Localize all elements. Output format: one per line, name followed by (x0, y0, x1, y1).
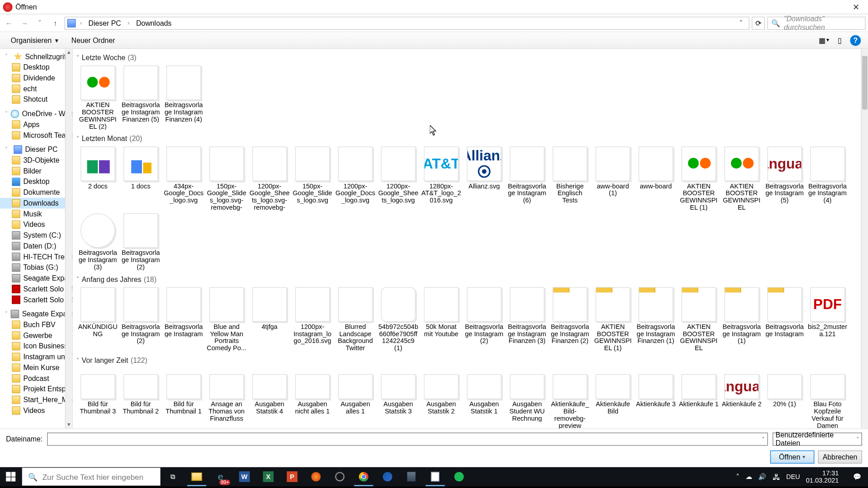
sidebar-item-videos[interactable]: Videos (0, 219, 72, 230)
file-item[interactable]: ANKÜNDIGUNG (76, 286, 119, 353)
file-item[interactable]: Beitragsvorlage Instagram (2) (462, 286, 505, 353)
file-item[interactable]: AKTIEN BOOSTER GEWINNSPIEL (1) (591, 286, 634, 353)
tray-chevron-icon[interactable]: ˄ (736, 473, 740, 480)
organize-button[interactable]: Organisieren▼ (6, 34, 64, 46)
file-item[interactable]: Beitragsvorlage Instagram (1) (720, 286, 763, 353)
sidebar-item-onedrive-wirtsc[interactable]: ˅OneDrive - Wirtsc (0, 108, 72, 119)
file-item[interactable]: Beitragsvorlage Instagram (763, 286, 806, 353)
file-item[interactable]: VanguardAktienkäufe 2 (720, 367, 763, 428)
sidebar-item-buch-fbv[interactable]: Buch FBV (0, 319, 72, 330)
file-item[interactable]: Aktienkäufe_Bild-removebg-preview (548, 367, 591, 428)
file-item[interactable]: PDFbis2_2mustera.121 (806, 286, 849, 353)
sidebar-item-scarlett-solo-usb[interactable]: Scarlett Solo USB (0, 284, 72, 295)
sidebar-item-shotcut[interactable]: Shotcut (0, 94, 72, 105)
file-item[interactable]: VanguardBeitragsvorlage Instagram (5) (763, 145, 806, 212)
explorer-icon[interactable] (185, 467, 209, 486)
sidebar-item-mein-kurse[interactable]: Mein Kurse (0, 362, 72, 373)
excel-icon[interactable]: X (256, 467, 280, 486)
recent-dropdown[interactable]: ˅ (33, 16, 47, 29)
back-button[interactable]: ← (2, 16, 15, 29)
file-item[interactable]: Beitragsvorlage Instagram (6) (505, 145, 548, 212)
file-item[interactable]: 4tjfga (248, 286, 291, 353)
taskbar-search[interactable]: 🔍 Zur Suche Text hier eingeben (22, 468, 160, 486)
file-item[interactable]: Ausgaben nicht alles 1 (291, 367, 334, 428)
open-button[interactable]: Öffnen▾ (770, 450, 815, 464)
file-item[interactable]: 1 docs (119, 145, 162, 212)
address-dropdown[interactable]: ˅ (736, 19, 746, 27)
chrome-icon[interactable] (352, 467, 376, 486)
tray-volume-icon[interactable]: 🔊 (758, 473, 766, 480)
file-item[interactable]: Ausgaben Statstik 3 (377, 367, 420, 428)
tray-clock[interactable]: 17:3101.03.2021 (806, 469, 841, 484)
cancel-button[interactable]: Abbrechen (818, 450, 862, 464)
crumb-pc[interactable]: Dieser PC (86, 18, 123, 28)
group-header[interactable]: ˅Anfang des Jahres (18) (76, 275, 863, 283)
file-item[interactable]: Ausgaben Statstik 2 (420, 367, 462, 428)
sidebar-item-desktop[interactable]: Desktop (0, 62, 72, 73)
sidebar-item-gewerbe[interactable]: Gewerbe (0, 330, 72, 341)
content-scrollbar[interactable] (861, 49, 868, 428)
file-item[interactable]: AKTIEN BOOSTER GEWINNSPIEL (1) (677, 145, 720, 212)
sidebar-scrollbar[interactable]: ▲▼ (65, 49, 72, 428)
file-item[interactable]: AKTIEN BOOSTER GEWINNSPIEL (677, 286, 720, 353)
up-button[interactable]: ↑ (49, 16, 62, 29)
file-item[interactable]: Ausgaben Statstik 4 (248, 367, 291, 428)
file-item[interactable]: 434px-Google_Docs_logo.svg (162, 145, 205, 212)
file-item[interactable]: Beitragsvorlage Instagram (3) (76, 212, 119, 272)
powerpoint-icon[interactable]: P (280, 467, 304, 486)
file-item[interactable]: Blurred Landscape Background Twitter Hea… (334, 286, 377, 353)
file-item[interactable]: 20%20% (1) (763, 367, 806, 428)
file-item[interactable]: 50k Monat mit Youtube (420, 286, 462, 353)
file-item[interactable]: Aktienkäufe 3 (634, 367, 677, 428)
chevron-right-icon[interactable]: › (126, 20, 131, 27)
sidebar-item-schnellzugriff[interactable]: ˅Schnellzugriff (0, 51, 72, 62)
file-item[interactable]: Ausgaben alles 1 (334, 367, 377, 428)
close-button[interactable]: ✕ (844, 0, 868, 14)
tray-language[interactable]: DEU (786, 473, 800, 480)
sidebar-item-seagate-expansion[interactable]: ˅Seagate Expansion (0, 309, 72, 319)
file-item[interactable]: AKTIEN BOOSTER GEWINNSPIEL (720, 145, 763, 212)
file-item[interactable]: Beitragsvorlage Instagram Finanzen (4) (162, 64, 205, 131)
file-item[interactable]: Beitragsvorlage Instagram Finanzen (5) (119, 64, 162, 131)
notepad-icon[interactable] (423, 467, 447, 486)
file-item[interactable]: 1200px-Google_Sheets_logo.svg-removebg-p… (248, 145, 291, 212)
tray-onedrive-icon[interactable]: ☁ (745, 473, 752, 480)
sidebar-item-podcast[interactable]: Podcast (0, 373, 72, 384)
file-item[interactable]: Bisherige Englisch Tests (548, 145, 591, 212)
edge-legacy-icon[interactable]: e99+ (209, 467, 233, 486)
file-item[interactable]: Ausgaben Statstik 1 (462, 367, 505, 428)
file-item[interactable]: Bild für Thumbnail 1 (162, 367, 205, 428)
group-header[interactable]: ˅Vor langer Zeit (122) (76, 357, 863, 365)
sidebar-item-daten-d-[interactable]: Daten (D:) (0, 241, 72, 252)
sidebar-item-dokumente[interactable]: Dokumente (0, 187, 72, 198)
file-item[interactable]: AT&T1280px-AT&T_logo_2016.svg (420, 145, 462, 212)
sidebar-item-dieser-pc[interactable]: ˅Dieser PC (0, 144, 72, 155)
sidebar-item-dividende[interactable]: Dividende (0, 73, 72, 84)
file-item[interactable]: Beitragsvorlage Instagram (2) (119, 286, 162, 353)
file-item[interactable]: Allianz ⦿Allianz.svg (462, 145, 505, 212)
obs-icon[interactable] (328, 467, 352, 486)
file-item[interactable]: 54b972c504b660f6e7905ff1242245c9 (1) (377, 286, 420, 353)
file-item[interactable]: Beitragsvorlage Instagram Finanzen (3) (505, 286, 548, 353)
edge-icon[interactable] (376, 467, 400, 486)
view-mode-button[interactable]: ▦▼ (818, 34, 831, 47)
crumb-downloads[interactable]: Downloads (134, 18, 174, 28)
app-icon-1[interactable] (304, 467, 328, 486)
group-header[interactable]: ˅Letzten Monat (20) (76, 135, 863, 143)
file-item[interactable]: 1200px-Instagram_logo_2016.svg (291, 286, 334, 353)
file-item[interactable]: Bild für Thumbnail 2 (119, 367, 162, 428)
sidebar-item-apps[interactable]: Apps (0, 119, 72, 130)
sidebar-item-scarlett-solo-usb[interactable]: Scarlett Solo USB (0, 294, 72, 305)
sidebar-item-musik[interactable]: Musik (0, 209, 72, 220)
filename-input[interactable]: ˅ (47, 432, 768, 446)
sidebar-item-microsoft-teams[interactable]: Microsoft Teams (0, 130, 72, 141)
sidebar-item-icon-business[interactable]: Icon Business (0, 341, 72, 352)
file-item[interactable]: aww-board (1) (591, 145, 634, 212)
sidebar-item-start-here-mac-[interactable]: Start_Here_Mac. (0, 394, 72, 405)
file-item[interactable]: Aktienkäufe 1 (677, 367, 720, 428)
file-item[interactable]: 1200px-Google_Sheets_logo.svg (377, 145, 420, 212)
breadcrumb[interactable]: › Dieser PC › Downloads ˅ (64, 16, 749, 29)
sidebar-item-hi-tech-treiber[interactable]: HI-TECH Treiber (0, 251, 72, 262)
sidebar-item-desktop[interactable]: Desktop (0, 176, 72, 187)
sidebar-item-seagate-expansion[interactable]: Seagate Expansion (0, 273, 72, 284)
